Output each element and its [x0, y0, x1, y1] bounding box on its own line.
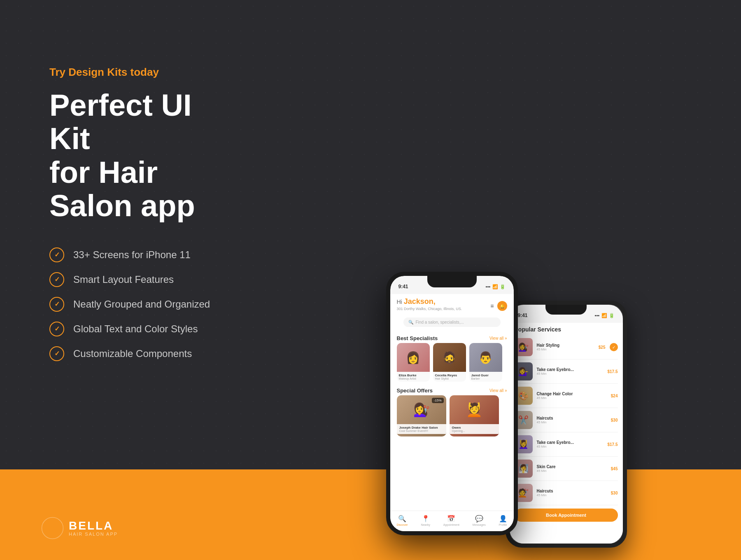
- filter-icon[interactable]: ≡: [490, 303, 494, 309]
- battery-icon: 🔋: [500, 284, 506, 289]
- specialist-name-2: Cecelia Reyes: [435, 373, 464, 377]
- messages-icon: 💬: [475, 515, 483, 523]
- right-panel: 9:41 ▪▪▪ 📶 🔋 Hi Jackson, 301 Dorth: [272, 0, 741, 560]
- search-bar[interactable]: 🔍 Find a salon, specialists,...: [403, 317, 501, 327]
- title-line2: for Hair Salon app: [49, 155, 195, 223]
- specialists-row: 👩 Eliza Burke Makeup Artist 🧔 Cecelia Re…: [390, 343, 514, 385]
- service-price-1: $25: [599, 345, 606, 350]
- nav-label-discover: Discover: [396, 523, 408, 526]
- status-icons-back: ▪▪▪ 📶 🔋: [595, 313, 615, 318]
- service-price-4: $30: [611, 418, 618, 422]
- feature-item: ✓ Smart Layout Features: [49, 272, 239, 287]
- app-screen-back: Popular Services 💇‍♀️ Hair Styling 45 Mi…: [510, 323, 623, 544]
- services-list: 💇‍♀️ Hair Styling 45 Min $25 ✓ 💁‍♀️: [510, 335, 623, 505]
- header-actions: ≡ 🔔: [490, 301, 507, 311]
- main-title: Perfect UI Kit for Hair Salon app: [49, 89, 239, 223]
- specialist-card-1[interactable]: 👩 Eliza Burke Makeup Artist: [397, 343, 430, 382]
- service-name-3: Change Hair Color: [537, 392, 607, 396]
- service-price-5: $17.5: [607, 442, 618, 447]
- offer-info-2: Owen Opening...: [450, 424, 499, 434]
- nav-nearby[interactable]: 📍 Nearby: [421, 515, 430, 526]
- phone-back: 9:41 ▪▪▪ 📶 🔋 Popular Services: [506, 301, 627, 548]
- specialist-info-3: Jared Guer Barber: [469, 372, 502, 382]
- feature-label-1: 33+ Screens for iPhone 11: [73, 249, 191, 261]
- specialist-avatar-3: 👨: [469, 343, 502, 372]
- service-name-7: Haircuts: [537, 489, 607, 493]
- phone-screen-back: 9:41 ▪▪▪ 📶 🔋 Popular Services: [510, 305, 623, 544]
- offer-badge-1: -15%: [432, 398, 444, 403]
- features-list: ✓ 33+ Screens for iPhone 11 ✓ Smart Layo…: [49, 247, 239, 361]
- offer-name-1: Joseph Drake Hair Salon: [399, 426, 444, 429]
- service-name-5: Take care Eyebro...: [537, 440, 604, 445]
- service-name-1: Hair Styling: [537, 343, 594, 348]
- service-info-4: Haircuts 45 Min: [537, 416, 607, 424]
- nearby-icon: 📍: [422, 515, 430, 523]
- wifi-icon: 📶: [492, 284, 498, 289]
- service-price-2: $17.5: [607, 369, 618, 374]
- back-side-btn-1: [623, 342, 624, 354]
- nav-messages[interactable]: 💬 Messages: [473, 515, 486, 526]
- service-item-7[interactable]: 💇 Haircuts 45 Min $30: [515, 481, 618, 505]
- feature-label-3: Neatly Grouped and Organized: [73, 299, 210, 310]
- specialists-header: Best Specialists View all »: [390, 333, 514, 343]
- nav-discover[interactable]: 🔍 Discover: [396, 515, 408, 526]
- service-name-4: Haircuts: [537, 416, 607, 420]
- tagline: Try Design Kits today: [49, 66, 239, 79]
- service-price-3: $24: [611, 394, 618, 398]
- nav-label-profile: Profile: [499, 523, 507, 526]
- bottom-nav: 🔍 Discover 📍 Nearby 📅 Appointment: [390, 511, 514, 531]
- check-icon-4: ✓: [49, 322, 64, 336]
- search-area: 🔍 Find a salon, specialists,... ≡ 🔔: [390, 317, 514, 333]
- signal-icon: ▪▪▪: [486, 284, 491, 289]
- nav-label-nearby: Nearby: [421, 523, 430, 526]
- specialist-role-2: Hair Stylist: [435, 377, 464, 380]
- side-btn-right-2: [514, 336, 515, 360]
- service-item-1[interactable]: 💇‍♀️ Hair Styling 45 Min $25 ✓: [515, 335, 618, 359]
- service-info-3: Change Hair Color 45 Min: [537, 392, 607, 400]
- feature-label-5: Customizable Components: [73, 348, 192, 359]
- status-time-front: 9:41: [398, 284, 408, 289]
- service-info-1: Hair Styling 45 Min: [537, 343, 594, 351]
- specialist-name-1: Eliza Burke: [399, 373, 428, 377]
- offers-view-all[interactable]: View all »: [489, 388, 507, 393]
- service-duration-2: 45 Min: [537, 372, 604, 376]
- offer-desc-1: Cool Summer Event!!!!: [399, 429, 444, 432]
- wifi-icon-back: 📶: [601, 313, 607, 318]
- service-item-2[interactable]: 💁‍♀️ Take care Eyebro... 45 Min $17.5: [515, 359, 618, 384]
- service-duration-6: 45 Min: [537, 469, 607, 473]
- greeting-prefix: Hi: [397, 299, 404, 305]
- check-icon-3: ✓: [49, 297, 64, 312]
- notification-badge[interactable]: 🔔: [497, 301, 507, 311]
- left-panel: Try Design Kits today Perfect UI Kit for…: [0, 0, 272, 560]
- service-item-5[interactable]: 💆‍♀️ Take care Eyebro... 45 Min $17.5: [515, 432, 618, 457]
- phone-screen-front: 9:41 ▪▪▪ 📶 🔋 Hi Jackson, 301 Dorth: [390, 276, 514, 531]
- specialist-avatar-1: 👩: [397, 343, 430, 372]
- specialist-card-3[interactable]: 👨 Jared Guer Barber: [469, 343, 502, 382]
- nav-appointment[interactable]: 📅 Appointment: [443, 515, 459, 526]
- offer-card-2[interactable]: 💆 Owen Opening...: [450, 395, 499, 436]
- service-name-2: Take care Eyebro...: [537, 367, 604, 372]
- service-item-4[interactable]: ✂️ Haircuts 45 Min $30: [515, 408, 618, 432]
- title-line1: Perfect UI Kit: [49, 88, 191, 156]
- offer-card-1[interactable]: 💇‍♀️ -15% Joseph Drake Hair Salon Cool S…: [397, 395, 446, 436]
- nav-label-appointment: Appointment: [443, 523, 459, 526]
- search-icon: 🔍: [408, 320, 413, 324]
- content-area: Try Design Kits today Perfect UI Kit for…: [0, 0, 741, 560]
- services-header: Popular Services: [510, 323, 623, 335]
- service-item-3[interactable]: 🎨 Change Hair Color 45 Min $24: [515, 384, 618, 408]
- service-duration-7: 45 Min: [537, 493, 607, 497]
- specialist-name-3: Jared Guer: [471, 373, 500, 377]
- specialist-role-1: Makeup Artist: [399, 377, 428, 380]
- feature-item: ✓ Customizable Components: [49, 346, 239, 361]
- logo-subtitle: HAIR SALON APP: [69, 532, 118, 537]
- specialists-view-all[interactable]: View all »: [489, 336, 507, 341]
- logo-area: ✿ BELLA HAIR SALON APP: [41, 517, 118, 539]
- book-appointment-button[interactable]: Book Appointment: [515, 509, 618, 522]
- service-duration-3: 45 Min: [537, 396, 607, 400]
- nav-profile[interactable]: 👤 Profile: [499, 515, 507, 526]
- specialist-card-2[interactable]: 🧔 Cecelia Reyes Hair Stylist: [433, 343, 466, 382]
- service-item-6[interactable]: 🧖‍♀️ Skin Care 45 Min $45: [515, 457, 618, 481]
- feature-label-4: Global Text and Color Styles: [73, 323, 198, 335]
- feature-label-2: Smart Layout Features: [73, 274, 174, 285]
- check-icon-5: ✓: [49, 346, 64, 361]
